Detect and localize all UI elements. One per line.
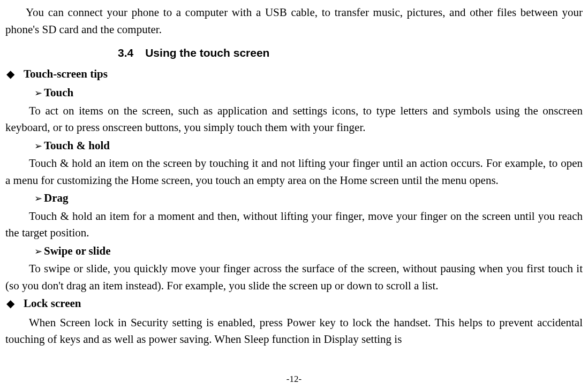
touchhold-body-para: Touch & hold an item on the screen by to… (5, 155, 583, 189)
section-title: Using the touch screen (145, 47, 269, 59)
chevron-icon: ➢ (34, 86, 44, 101)
lock-body-para: When Screen lock in Security setting is … (5, 315, 583, 348)
drag-label: Drag (44, 191, 69, 204)
touch-body: To act on items on the screen, such as a… (5, 104, 583, 134)
touch-label: Touch (44, 86, 73, 99)
intro-text: You can connect your phone to a computer… (5, 6, 583, 36)
diamond-icon: ◆ (5, 66, 24, 82)
section-heading: 3.4Using the touch screen (118, 44, 583, 62)
chevron-icon: ➢ (34, 244, 44, 259)
lock-heading-row: ◆Lock screen (5, 295, 583, 312)
touchhold-heading-row: ➢Touch & hold (5, 137, 583, 155)
touch-body-para: To act on items on the screen, such as a… (5, 103, 583, 136)
lock-heading: Lock screen (24, 297, 81, 310)
intro-paragraph: You can connect your phone to a computer… (5, 4, 583, 38)
page-number: -12- (0, 372, 588, 386)
swipe-heading-row: ➢Swipe or slide (5, 243, 583, 260)
touch-heading-row: ➢Touch (5, 85, 583, 102)
touchhold-body: Touch & hold an item on the screen by to… (5, 157, 583, 187)
touchhold-label: Touch & hold (44, 139, 110, 152)
swipe-label: Swipe or slide (44, 244, 110, 257)
drag-body: Touch & hold an item for a moment and th… (5, 210, 583, 240)
tips-heading: Touch-screen tips (24, 67, 108, 80)
chevron-icon: ➢ (34, 191, 44, 206)
drag-heading-row: ➢Drag (5, 190, 583, 207)
diamond-icon: ◆ (5, 295, 24, 311)
drag-body-para: Touch & hold an item for a moment and th… (5, 208, 583, 242)
chevron-icon: ➢ (34, 139, 44, 154)
tips-heading-row: ◆Touch-screen tips (5, 66, 583, 83)
section-number: 3.4 (118, 44, 133, 62)
swipe-body: To swipe or slide, you quickly move your… (5, 262, 583, 292)
lock-body: When Screen lock in Security setting is … (5, 316, 583, 346)
swipe-body-para: To swipe or slide, you quickly move your… (5, 260, 583, 294)
